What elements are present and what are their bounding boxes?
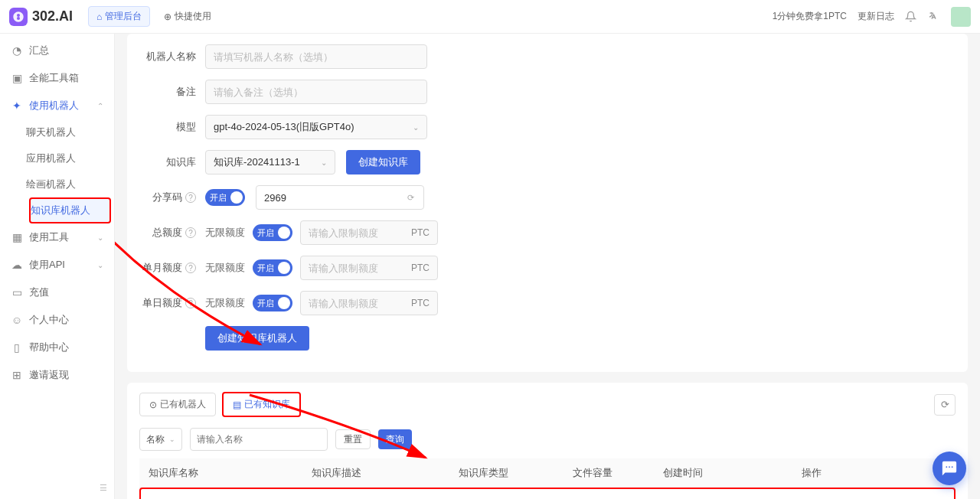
sidebar-item-approbot[interactable]: 应用机器人 bbox=[26, 145, 114, 171]
total-switch[interactable]: 开启 bbox=[253, 224, 292, 241]
card-icon: ▭ bbox=[11, 286, 23, 298]
list-card: ⊙已有机器人 ▤已有知识库 ⟳ 名称⌄ 重置 查询 知识库名称 知识库描述 知识… bbox=[127, 383, 968, 499]
day-switch[interactable]: 开启 bbox=[253, 295, 292, 311]
filter-field-select[interactable]: 名称⌄ bbox=[139, 428, 182, 451]
unlimited-text: 无限额度 bbox=[205, 296, 245, 310]
model-select[interactable]: gpt-4o-2024-05-13(旧版GPT4o)⌄ bbox=[205, 115, 427, 139]
help-icon[interactable]: ? bbox=[185, 227, 196, 238]
note-input[interactable] bbox=[205, 80, 427, 104]
header-tab-quick[interactable]: ⊕ 快捷使用 bbox=[156, 6, 219, 27]
create-robot-button[interactable]: 创建知识库机器人 bbox=[205, 326, 309, 351]
label-kb: 知识库 bbox=[142, 155, 196, 169]
sidebar-item-summary[interactable]: ◔汇总 bbox=[0, 37, 114, 64]
sidebar-item-robot[interactable]: ✦使用机器人⌃ bbox=[0, 92, 114, 119]
label-sharecode: 分享码? bbox=[142, 191, 196, 204]
th-size: 文件容量 bbox=[564, 458, 653, 488]
label-note: 备注 bbox=[142, 85, 196, 99]
month-switch[interactable]: 开启 bbox=[253, 259, 292, 276]
chevron-down-icon: ⌄ bbox=[321, 158, 327, 167]
sidebar-item-invite[interactable]: ⊞邀请返现 bbox=[0, 361, 114, 389]
bell-icon[interactable] bbox=[905, 11, 917, 23]
form-card: 机器人名称 备注 模型 gpt-4o-2024-05-13(旧版GPT4o)⌄ … bbox=[127, 34, 968, 372]
label-total: 总额度? bbox=[142, 226, 196, 240]
changelog-link[interactable]: 更新日志 bbox=[858, 10, 894, 23]
refresh-icon[interactable]: ⟳ bbox=[407, 193, 414, 203]
search-button[interactable]: 查询 bbox=[378, 429, 412, 449]
robot-icon: ⊙ bbox=[149, 400, 157, 410]
th-type: 知识库类型 bbox=[449, 458, 564, 488]
dashboard-icon: ◔ bbox=[11, 44, 23, 57]
gift-icon: ⊞ bbox=[11, 369, 23, 381]
sidebar-item-help[interactable]: ▯帮助中心 bbox=[0, 334, 114, 361]
book-icon: ▤ bbox=[233, 400, 241, 410]
table-row: 知识库-20241114-1◫ 知识库-20241114-1 传统RAG 1 2… bbox=[141, 489, 954, 499]
kb-table: 知识库名称 知识库描述 知识库类型 文件容量 创建时间 操作 bbox=[139, 458, 956, 488]
kb-select[interactable]: 知识库-20241113-1⌄ bbox=[205, 150, 335, 174]
label-month: 单月额度? bbox=[142, 261, 196, 275]
chevron-down-icon: ⌄ bbox=[413, 123, 419, 132]
label-model: 模型 bbox=[142, 120, 196, 134]
main-content: 机器人名称 备注 模型 gpt-4o-2024-05-13(旧版GPT4o)⌄ … bbox=[115, 34, 980, 499]
sidebar: ◔汇总 ▣全能工具箱 ✦使用机器人⌃ 聊天机器人 应用机器人 绘画机器人 知识库… bbox=[0, 34, 115, 499]
sidebar-item-chatrobot[interactable]: 聊天机器人 bbox=[26, 119, 114, 145]
refresh-button[interactable]: ⟳ bbox=[934, 394, 956, 416]
sidebar-item-kbrobot[interactable]: 知识库机器人 bbox=[29, 197, 111, 223]
name-input[interactable] bbox=[205, 44, 427, 69]
chevron-down-icon: ⌄ bbox=[97, 233, 103, 242]
label-day: 单日额度? bbox=[142, 296, 196, 310]
grid-icon: ▦ bbox=[11, 231, 23, 243]
sidebar-item-profile[interactable]: ☺个人中心 bbox=[0, 306, 114, 334]
unlimited-text: 无限额度 bbox=[205, 261, 245, 275]
bolt-icon: ⊕ bbox=[164, 11, 172, 22]
create-kb-button[interactable]: 创建知识库 bbox=[346, 150, 420, 174]
header: 302.AI ⌂ 管理后台 ⊕ 快捷使用 1分钟免费拿1PTC 更新日志 bbox=[0, 0, 980, 34]
sidebar-item-useapi[interactable]: ☁使用API⌄ bbox=[0, 251, 114, 279]
chat-icon bbox=[941, 460, 958, 477]
robot-icon: ✦ bbox=[11, 99, 23, 112]
logo[interactable]: 302.AI bbox=[9, 8, 73, 26]
reset-button[interactable]: 重置 bbox=[335, 429, 371, 449]
collapse-icon[interactable]: ☰ bbox=[100, 483, 107, 493]
tab-existing-robot[interactable]: ⊙已有机器人 bbox=[139, 393, 216, 416]
toolbox-icon: ▣ bbox=[11, 72, 23, 84]
promo-link[interactable]: 1分钟免费拿1PTC bbox=[773, 10, 847, 23]
cloud-icon: ☁ bbox=[11, 259, 23, 271]
label-name: 机器人名称 bbox=[142, 50, 196, 64]
unlimited-text: 无限额度 bbox=[205, 226, 245, 240]
logo-icon bbox=[9, 8, 28, 26]
sharecode-input[interactable] bbox=[256, 185, 424, 210]
sidebar-item-toolbox[interactable]: ▣全能工具箱 bbox=[0, 64, 114, 92]
avatar[interactable] bbox=[951, 7, 971, 27]
chevron-down-icon: ⌄ bbox=[97, 261, 103, 269]
th-desc: 知识库描述 bbox=[302, 458, 449, 488]
tab-existing-kb[interactable]: ▤已有知识库 bbox=[222, 392, 301, 417]
sidebar-item-usetool[interactable]: ▦使用工具⌄ bbox=[0, 223, 114, 251]
th-time: 创建时间 bbox=[654, 458, 792, 488]
translate-icon[interactable] bbox=[928, 11, 940, 23]
home-icon: ⌂ bbox=[96, 11, 102, 22]
th-name: 知识库名称 bbox=[139, 458, 302, 488]
header-tab-admin[interactable]: ⌂ 管理后台 bbox=[88, 6, 150, 27]
th-op: 操作 bbox=[792, 458, 956, 488]
user-icon: ☺ bbox=[11, 314, 23, 326]
help-icon[interactable]: ? bbox=[185, 263, 196, 273]
chevron-up-icon: ⌃ bbox=[97, 102, 103, 110]
chat-float-button[interactable] bbox=[933, 452, 966, 485]
book-icon: ▯ bbox=[11, 341, 23, 354]
sidebar-item-drawrobot[interactable]: 绘画机器人 bbox=[26, 171, 114, 197]
help-icon[interactable]: ? bbox=[185, 192, 196, 203]
help-icon[interactable]: ? bbox=[185, 298, 196, 308]
filter-name-input[interactable] bbox=[190, 428, 328, 451]
sharecode-switch[interactable]: 开启 bbox=[205, 189, 245, 206]
brand-text: 302.AI bbox=[32, 8, 73, 24]
sidebar-item-recharge[interactable]: ▭充值 bbox=[0, 279, 114, 306]
